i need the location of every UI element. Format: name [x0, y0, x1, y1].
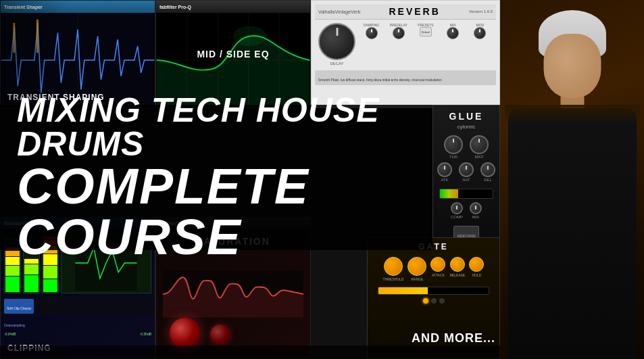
mideq-label: MID / SIDE EQ — [197, 49, 269, 59]
clipping-label: CLIPPING — [7, 343, 51, 353]
svg-rect-3 — [13, 23, 15, 53]
saturation-waveform-svg — [163, 270, 303, 318]
reverb-version: Version 1.6.6 — [469, 9, 493, 14]
clipping-oversampling-label: Oversampling — [4, 323, 25, 327]
title-line2: COMPLETE COURSE — [17, 161, 416, 262]
title-line1: MIXING TECH HOUSE DRUMS — [17, 93, 416, 161]
reverb-decay-label: DECAY — [330, 62, 343, 66]
glue-brand: cytomic — [457, 124, 475, 130]
svg-rect-4 — [36, 20, 39, 53]
gate-hold-label: HOLD — [472, 273, 482, 277]
mideq-header-title: fabfilter Pro-Q — [159, 5, 191, 9]
gate-threshold-label: THRESHOLD — [383, 277, 404, 281]
gate-led3 — [439, 298, 445, 304]
glue-release-label: REL — [484, 178, 492, 182]
gate-led2 — [431, 298, 437, 304]
transient-plugin-header: Transient Shaper — [4, 5, 43, 9]
gate-release-label: RELEASE — [449, 273, 465, 277]
clipping-level-out: -0.36dB — [139, 332, 151, 336]
clipping-level-in: -0.04dB — [4, 332, 16, 336]
reverb-brand: ValhallaVintageVerb — [318, 9, 360, 14]
gate-led1 — [423, 298, 428, 304]
reverb-title-text: REVERB — [389, 6, 441, 17]
saturation-sphere — [170, 318, 200, 348]
plugin-glue: GLUE cytomic THR MKP ATK RAT REL — [432, 105, 500, 250]
glue-title: GLUE — [449, 111, 484, 122]
gate-range-label: RANGE — [411, 277, 423, 281]
person-area — [500, 0, 644, 359]
gate-attack-label: ATTACK — [432, 273, 445, 277]
glue-mix-label: MIX — [472, 215, 480, 219]
and-more-text: AND MORE... — [412, 331, 495, 345]
glue-ratio-label: RAT — [462, 178, 470, 182]
glue-makeup-label: MKP — [474, 155, 483, 159]
glue-comp-label: COMP — [451, 215, 463, 219]
title-area: MIXING TECH HOUSE DRUMS COMPLETE COURSE — [0, 105, 432, 250]
person-silhouette — [500, 0, 644, 359]
glue-threshold-label: THR — [449, 155, 457, 159]
reverb-description: Smooth Plate: lux diffuse stack, forty-d… — [318, 78, 442, 82]
clipping-softclip-label: Soft Clip Classic — [7, 306, 31, 310]
svg-point-11 — [233, 26, 266, 47]
reverb-preset-value: Default — [422, 30, 430, 34]
saturation-sphere2 — [210, 325, 230, 345]
glue-attack-label: ATK — [441, 178, 448, 182]
